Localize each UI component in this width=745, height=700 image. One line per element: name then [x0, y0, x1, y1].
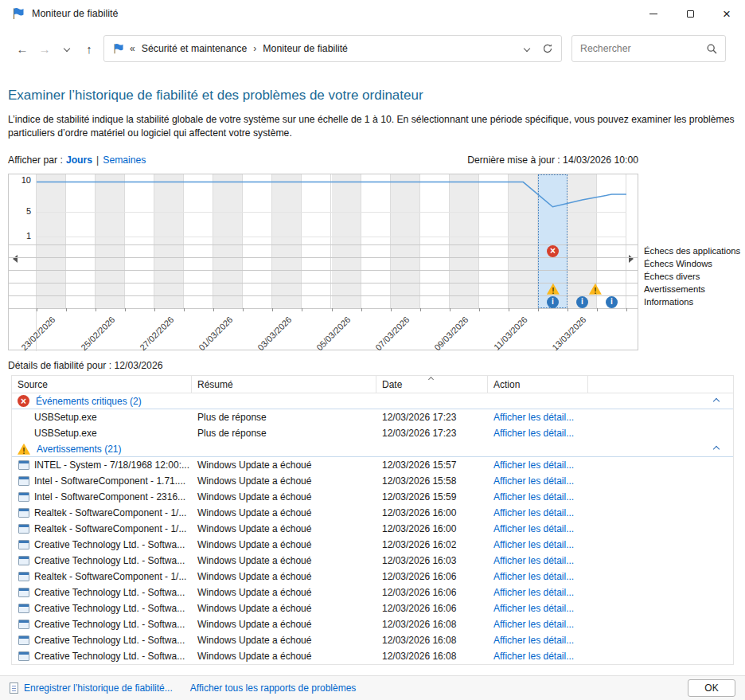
chart-scroll-right-icon[interactable] [629, 255, 634, 263]
view-details-link[interactable]: Afficher les détail... [493, 523, 574, 534]
application-icon [18, 620, 29, 629]
view-details-link[interactable]: Afficher les détail... [493, 603, 574, 614]
table-row[interactable]: Realtek - SoftwareComponent - 1/...Windo… [12, 521, 733, 537]
chart-day-column[interactable] [361, 174, 391, 308]
table-row[interactable]: USBSetup.exePlus de réponse12/03/2026 17… [12, 425, 733, 441]
info-marker-icon[interactable] [576, 296, 588, 308]
action-cell: Afficher les détail... [488, 587, 647, 598]
table-row[interactable]: Creative Technology Ltd. - Softwa...Wind… [12, 553, 733, 569]
view-details-link[interactable]: Afficher les détail... [493, 491, 574, 503]
date-cell: 12/03/2026 15:59 [376, 491, 488, 503]
breadcrumb-reliability-monitor[interactable]: Moniteur de fiabilité [263, 43, 348, 54]
page-title: Examiner l’historique de fiabilité et de… [8, 88, 737, 104]
search-input[interactable] [580, 43, 707, 54]
table-row[interactable]: Intel - SoftwareComponent - 1.71....Wind… [12, 473, 733, 489]
window-controls [635, 0, 745, 27]
search-icon[interactable] [707, 44, 717, 54]
minimize-button[interactable] [635, 0, 672, 27]
view-details-link[interactable]: Afficher les détail... [493, 651, 574, 662]
view-details-link[interactable]: Afficher les détail... [493, 459, 574, 471]
chart-day-column[interactable] [391, 174, 420, 308]
search-box[interactable] [571, 35, 726, 62]
column-header-action[interactable]: Action [488, 376, 588, 393]
address-bar[interactable]: « Sécurité et maintenance › Moniteur de … [103, 35, 562, 62]
chart-day-column[interactable] [272, 174, 302, 308]
column-header-summary[interactable]: Résumé [192, 376, 376, 393]
view-details-link[interactable]: Afficher les détail... [493, 539, 574, 550]
chart-day-column[interactable] [37, 174, 66, 308]
source-cell: Creative Technology Ltd. - Softwa... [12, 635, 192, 646]
date-cell: 12/03/2026 16:06 [376, 587, 488, 598]
date-cell: 12/03/2026 16:06 [376, 571, 488, 582]
table-row[interactable]: INTEL - System - 7/18/1968 12:00:...Wind… [12, 457, 733, 473]
info-marker-icon[interactable] [606, 296, 618, 308]
address-dropdown-chevron-icon[interactable] [524, 45, 530, 52]
close-button[interactable] [708, 0, 745, 27]
view-details-link[interactable]: Afficher les détail... [493, 587, 574, 598]
view-by-weeks-link[interactable]: Semaines [103, 154, 146, 166]
view-details-link[interactable]: Afficher les détail... [493, 507, 574, 518]
view-details-link[interactable]: Afficher les détail... [493, 555, 574, 566]
table-row[interactable]: Creative Technology Ltd. - Softwa...Wind… [12, 537, 733, 553]
chart-day-column[interactable] [154, 174, 184, 308]
chart-day-column[interactable] [597, 174, 626, 308]
view-details-link[interactable]: Afficher les détail... [493, 475, 574, 487]
chart-day-column[interactable] [479, 174, 509, 308]
collapse-chevron-icon[interactable] [713, 445, 720, 452]
chart-day-column[interactable] [96, 174, 125, 308]
breadcrumb-security-maintenance[interactable]: Sécurité et maintenance [142, 43, 248, 54]
up-icon[interactable] [78, 37, 100, 60]
save-history-link[interactable]: Enregistrer l’historique de fiabilité... [24, 682, 173, 694]
table-row[interactable]: Creative Technology Ltd. - Softwa...Wind… [12, 648, 733, 664]
stability-chart[interactable]: 23/02/202625/02/202627/02/202601/03/2026… [8, 174, 638, 350]
table-row[interactable]: Intel - SoftwareComponent - 2316...Windo… [12, 489, 733, 505]
refresh-icon[interactable] [542, 43, 553, 54]
view-details-link[interactable]: Afficher les détail... [493, 635, 574, 646]
maximize-icon [687, 10, 694, 18]
chart-scroll-left-icon[interactable] [13, 255, 18, 263]
chart-day-column[interactable] [213, 174, 243, 308]
ok-button[interactable]: OK [688, 679, 735, 697]
view-by-days-link[interactable]: Jours [66, 154, 92, 166]
chart-day-column[interactable] [450, 174, 479, 308]
error-marker-icon[interactable] [547, 245, 559, 257]
action-cell: Afficher les détail... [488, 523, 647, 534]
maximize-button[interactable] [672, 0, 708, 27]
date-cell: 12/03/2026 16:08 [376, 651, 488, 662]
chart-day-column[interactable] [66, 174, 96, 308]
warning-icon [18, 444, 30, 455]
table-row[interactable]: Realtek - SoftwareComponent - 1/...Windo… [12, 569, 733, 585]
summary-cell: Windows Update a échoué [192, 587, 376, 598]
x-axis-date-label: 07/03/2026 [373, 315, 411, 352]
application-icon [18, 588, 29, 597]
event-group-header[interactable]: Événements critiques (2) [12, 393, 733, 409]
chart-day-column[interactable] [509, 174, 538, 308]
chart-day-column[interactable] [332, 174, 361, 308]
table-row[interactable]: USBSetup.exePlus de réponse12/03/2026 17… [12, 409, 733, 425]
table-row[interactable]: Creative Technology Ltd. - Softwa...Wind… [12, 616, 733, 632]
chart-day-column[interactable] [302, 174, 331, 308]
info-marker-icon[interactable] [547, 296, 559, 308]
view-details-link[interactable]: Afficher les détail... [493, 571, 574, 582]
chart-day-column[interactable] [420, 174, 450, 308]
table-row[interactable]: Creative Technology Ltd. - Softwa...Wind… [12, 600, 733, 616]
view-details-link[interactable]: Afficher les détail... [493, 428, 574, 439]
table-row[interactable]: Creative Technology Ltd. - Softwa...Wind… [12, 632, 733, 648]
collapse-chevron-icon[interactable] [713, 397, 720, 404]
column-header-date[interactable]: Date [376, 376, 488, 393]
column-header-source[interactable]: Source [12, 376, 192, 393]
table-row[interactable]: Realtek - SoftwareComponent - 1/...Windo… [12, 505, 733, 521]
event-group-header[interactable]: Avertissements (21) [12, 441, 733, 457]
chart-day-column[interactable] [125, 174, 154, 308]
table-row[interactable]: Creative Technology Ltd. - Softwa...Wind… [12, 585, 733, 600]
icon-spacer [18, 428, 29, 438]
chart-day-column[interactable] [184, 174, 213, 308]
chart-day-column[interactable] [243, 174, 272, 308]
recent-pages-chevron-icon[interactable] [56, 37, 78, 60]
view-details-link[interactable]: Afficher les détail... [493, 619, 574, 630]
view-all-reports-link[interactable]: Afficher tous les rapports de problèmes [190, 682, 357, 694]
source-text: Creative Technology Ltd. - Softwa... [34, 555, 185, 566]
back-icon[interactable] [11, 37, 33, 60]
view-details-link[interactable]: Afficher les détail... [493, 412, 574, 423]
forward-icon[interactable] [33, 37, 56, 60]
